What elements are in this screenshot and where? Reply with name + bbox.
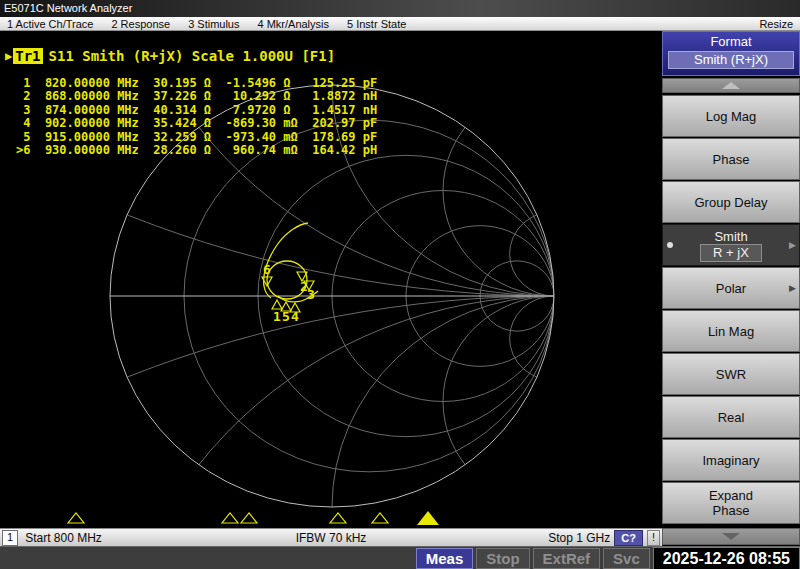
softkey-smith-r-jx[interactable]: SmithR + jX▶ xyxy=(662,224,800,266)
window-title: E5071C Network Analyzer xyxy=(4,2,132,14)
softkey-polar[interactable]: Polar▶ xyxy=(662,267,800,309)
softkey-group-delay[interactable]: Group Delay xyxy=(662,181,800,223)
softkey-menu-current-value: Smith (R+jX) xyxy=(668,51,794,69)
trace-header: ▶ Tr1 S11 Smith (R+jX) Scale 1.000U [F1] xyxy=(5,48,335,64)
stimulus-marker-4-icon xyxy=(330,513,346,523)
title-bar: E5071C Network Analyzer xyxy=(0,0,800,17)
softkey-label: Expand xyxy=(709,488,753,503)
scroll-up-icon xyxy=(722,82,740,89)
softkey-sublabel: Phase xyxy=(713,503,750,519)
submenu-arrow-icon: ▶ xyxy=(789,283,796,293)
marker-table-row-6: >6 930.00000 MHz 28.260 Ω 960.74 mΩ 164.… xyxy=(16,144,377,157)
scroll-down-icon xyxy=(722,533,740,540)
instrument-status-bar: MeasStopExtRefSvc2025-12-26 08:55 xyxy=(0,546,800,569)
softkey-label: Smith xyxy=(714,229,747,244)
softkey-scroll-up-button[interactable] xyxy=(662,78,800,93)
softkey-imaginary[interactable]: Imaginary xyxy=(662,439,800,481)
menu-item-2-response[interactable]: 2 Response xyxy=(111,18,170,30)
menu-bar: 1 Active Ch/Trace2 Response3 Stimulus4 M… xyxy=(0,17,800,31)
stimulus-marker-5-icon xyxy=(372,513,388,523)
softkey-menu-header: Format Smith (R+jX) xyxy=(662,31,800,76)
stimulus-marker-3-icon xyxy=(241,513,257,523)
softkey-log-mag[interactable]: Log Mag xyxy=(662,95,800,137)
softkey-menu-title: Format xyxy=(663,32,799,51)
trace1-label[interactable]: Tr1 xyxy=(13,48,42,64)
softkey-label: Polar xyxy=(716,281,746,296)
stimulus-marker-2-icon xyxy=(222,513,238,523)
softkey-label: Real xyxy=(718,410,745,425)
softkey-sidebar: Format Smith (R+jX) Log MagPhaseGroup De… xyxy=(662,31,800,545)
softkey-expand-phase[interactable]: ExpandPhase xyxy=(662,482,800,524)
softkey-label: Imaginary xyxy=(702,453,759,468)
softkey-real[interactable]: Real xyxy=(662,396,800,438)
instrument-screen: 623154 ▶ Tr1 S11 Smith (R+jX) Scale 1.00… xyxy=(0,31,662,528)
marker-table-row-3: 3 874.00000 MHz 40.314 Ω 7.9720 Ω 1.4517… xyxy=(16,104,377,117)
softkey-phase[interactable]: Phase xyxy=(662,138,800,180)
status-badge-extref: ExtRef xyxy=(533,548,601,569)
marker-1-number: 1 xyxy=(273,309,281,324)
status-badge-stop: Stop xyxy=(476,548,529,569)
marker-3-number: 3 xyxy=(307,287,315,302)
marker-4-number: 4 xyxy=(291,309,299,324)
channel-status-bar: 1 Start 800 MHz IFBW 70 kHz Stop 1 GHz C… xyxy=(0,528,662,546)
marker-6-number: 6 xyxy=(263,262,271,277)
marker-table-row-1: 1 820.00000 MHz 30.195 Ω -1.5496 Ω 125.2… xyxy=(16,77,377,90)
marker-1-triangle-icon xyxy=(272,300,282,309)
selected-dot-icon xyxy=(667,242,673,248)
softkey-label: Lin Mag xyxy=(708,324,754,339)
softkey-label: SWR xyxy=(716,367,746,382)
status-badge-meas: Meas xyxy=(416,548,474,569)
softkey-label: Log Mag xyxy=(706,109,757,124)
softkey-lin-mag[interactable]: Lin Mag xyxy=(662,310,800,352)
menu-item-1-active-ch-trace[interactable]: 1 Active Ch/Trace xyxy=(7,18,93,30)
app-window: E5071C Network Analyzer 1 Active Ch/Trac… xyxy=(0,0,800,569)
menu-item-4-mkr-analysis[interactable]: 4 Mkr/Analysis xyxy=(257,18,329,30)
resize-button[interactable]: Resize xyxy=(759,18,793,30)
marker-5-number: 5 xyxy=(282,309,290,324)
marker-table-row-4: 4 902.00000 MHz 35.424 Ω -869.30 mΩ 202.… xyxy=(16,117,377,130)
softkey-scroll-down-button[interactable] xyxy=(662,528,800,545)
trace-header-text: S11 Smith (R+jX) Scale 1.000U [F1] xyxy=(49,48,336,64)
stimulus-marker-6-icon xyxy=(417,511,439,525)
submenu-arrow-icon: ▶ xyxy=(789,240,796,250)
softkey-sublabel: R + jX xyxy=(700,244,762,262)
active-trace-arrow-icon: ▶ xyxy=(5,49,12,63)
softkey-swr[interactable]: SWR xyxy=(662,353,800,395)
softkey-label: Group Delay xyxy=(695,195,768,210)
ifbw-label: IFBW 70 kHz xyxy=(0,531,662,545)
status-badge-svc: Svc xyxy=(603,548,650,569)
datetime-display: 2025-12-26 08:55 xyxy=(653,547,800,569)
stimulus-marker-1-icon xyxy=(68,513,84,523)
softkey-list: Log MagPhaseGroup DelaySmithR + jX▶Polar… xyxy=(662,95,800,524)
marker-table-row-5: 5 915.00000 MHz 32.259 Ω -973.40 mΩ 178.… xyxy=(16,131,377,144)
menu-item-5-instr-state[interactable]: 5 Instr State xyxy=(347,18,406,30)
softkey-label: Phase xyxy=(713,152,750,167)
marker-table-row-2: 2 868.00000 MHz 37.226 Ω 10.292 Ω 1.8872… xyxy=(16,90,377,103)
marker-table: 1 820.00000 MHz 30.195 Ω -1.5496 Ω 125.2… xyxy=(16,77,377,157)
menu-item-3-stimulus[interactable]: 3 Stimulus xyxy=(188,18,239,30)
